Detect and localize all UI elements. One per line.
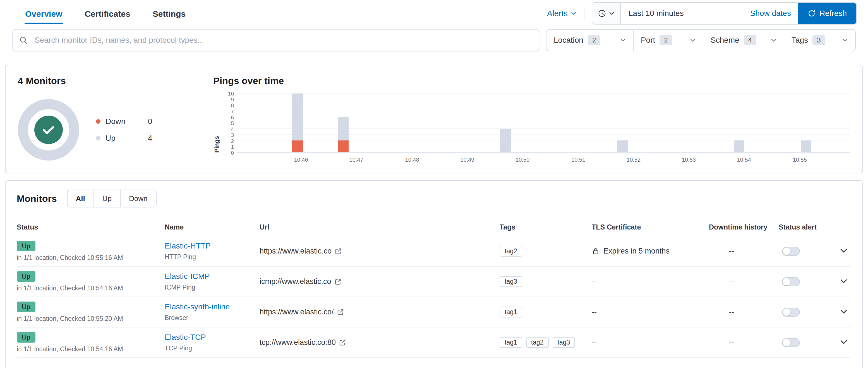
view-down-button[interactable]: Down (120, 190, 156, 207)
monitor-name-link[interactable]: Elastic-synth-inline (165, 302, 230, 311)
next-page-button[interactable]: › (843, 366, 847, 368)
y-tick-label: 7 (231, 109, 234, 114)
status-detail: in 1/1 location, Checked 10:55:16 AM (17, 254, 123, 262)
filter-location[interactable]: Location2 (547, 30, 633, 51)
tag-badge[interactable]: tag2 (500, 246, 522, 256)
tag-badge[interactable]: tag2 (526, 337, 549, 348)
filter-port[interactable]: Port2 (633, 30, 703, 51)
external-link-icon (337, 309, 344, 315)
search-box (12, 29, 539, 51)
search-filter-bar: Location2 Port2 Scheme4 Tags3 (0, 27, 868, 59)
time-quick-select-button[interactable] (592, 3, 621, 24)
monitor-name-link[interactable]: Elastic-ICMP (165, 272, 210, 281)
toggle-knob (783, 339, 790, 346)
monitor-name-link[interactable]: Elastic-HTTP (165, 242, 211, 250)
refresh-icon (808, 9, 815, 17)
downtime-value: -- (709, 338, 734, 346)
tag-badge[interactable]: tag3 (500, 276, 522, 287)
filter-count-badge: 3 (812, 35, 825, 45)
ping-bar (500, 94, 511, 152)
status-alert-toggle[interactable] (782, 277, 800, 286)
show-dates-button[interactable]: Show dates (743, 3, 798, 24)
tab-certificates[interactable]: Certificates (84, 2, 131, 24)
y-tick-label: 6 (231, 115, 234, 120)
status-detail: in 1/1 location, Checked 10:54:16 AM (17, 345, 123, 353)
ping-bar-up-segment (338, 117, 349, 141)
column-header-status-alert: Status alert (779, 223, 826, 231)
previous-page-button[interactable]: ‹ (823, 366, 827, 368)
pings-chart-section: Pings over time Pings 012345678910 10:46… (213, 75, 850, 166)
gridline (237, 140, 850, 141)
uptime-app: Overview Certificates Settings Alerts La… (0, 0, 868, 368)
filter-tags[interactable]: Tags3 (784, 30, 855, 51)
expand-row-button[interactable] (840, 279, 847, 284)
column-header-name: Name (165, 223, 259, 231)
status-alert-toggle[interactable] (782, 338, 800, 347)
monitors-snapshot: 4 Monitors Down 0 Up 4 (18, 75, 202, 166)
tag-badge[interactable]: tag3 (553, 337, 575, 348)
y-tick-label: 4 (231, 126, 234, 132)
donut-legend: Down 0 Up 4 (96, 117, 152, 143)
status-badge: Up (17, 302, 35, 312)
monitor-name-link[interactable]: Elastic-TCP (165, 333, 206, 342)
ping-bar (617, 94, 628, 152)
table-footer: Rows per page: 100 ‹ › (17, 358, 851, 368)
ping-bar-up-segment (292, 94, 303, 141)
y-tick-label: 2 (231, 138, 234, 144)
legend-label: Down (105, 117, 148, 126)
x-tick-label: 10:47 (349, 157, 363, 163)
filter-label: Port (641, 36, 655, 45)
y-tick-label: 8 (231, 103, 234, 108)
chevron-down-icon (840, 279, 847, 283)
y-tick-label: 5 (231, 121, 234, 126)
chevron-down-icon (571, 12, 577, 15)
ping-bar (734, 94, 744, 152)
status-badge: Up (17, 332, 35, 343)
status-alert-toggle[interactable] (782, 308, 800, 317)
tag-badge[interactable]: tag1 (500, 337, 522, 348)
chevron-down-icon (620, 38, 626, 42)
monitor-url-link[interactable]: https://www.elastic.co (259, 247, 500, 255)
time-range-value[interactable]: Last 10 minutes (621, 3, 743, 24)
gridline (237, 111, 850, 111)
x-tick-label: 10:52 (627, 157, 641, 163)
refresh-label: Refresh (819, 9, 847, 18)
column-header-tls: TLS Certificate (592, 223, 709, 231)
alerts-dropdown[interactable]: Alerts (547, 9, 577, 18)
expand-row-button[interactable] (840, 340, 847, 345)
all-up-indicator (34, 116, 63, 144)
chart-title: Pings over time (213, 75, 850, 86)
filter-count-badge: 2 (659, 35, 672, 45)
refresh-button[interactable]: Refresh (798, 3, 856, 24)
x-tick-label: 10:51 (571, 157, 585, 163)
tab-overview[interactable]: Overview (25, 2, 63, 24)
monitor-url-link[interactable]: icmp://www.elastic.co (259, 277, 500, 286)
tab-settings[interactable]: Settings (152, 2, 186, 24)
tag-badge[interactable]: tag1 (500, 307, 522, 317)
gridline (237, 146, 850, 146)
search-icon (19, 36, 28, 45)
chevron-down-icon (840, 248, 847, 253)
y-tick-label: 9 (231, 97, 234, 102)
monitor-url-link[interactable]: tcp://www.elastic.co:80 (259, 338, 500, 347)
filter-group: Location2 Port2 Scheme4 Tags3 (546, 29, 856, 51)
filter-scheme[interactable]: Scheme4 (703, 30, 784, 51)
monitor-url-link[interactable]: https://www.elastic.co/ (259, 308, 500, 316)
check-icon (40, 122, 57, 138)
external-link-icon (335, 278, 341, 285)
search-input[interactable] (12, 29, 539, 51)
expand-row-button[interactable] (840, 248, 847, 254)
snapshot-title: 4 Monitors (18, 75, 202, 86)
pagination: ‹ › (823, 366, 851, 368)
gridline (237, 93, 850, 94)
legend-item-down: Down 0 (96, 117, 152, 126)
ping-bar (801, 94, 811, 152)
view-all-button[interactable]: All (67, 190, 93, 207)
x-tick-label: 10:50 (516, 157, 529, 163)
expand-row-button[interactable] (840, 309, 847, 315)
status-badge: Up (17, 271, 35, 282)
view-up-button[interactable]: Up (93, 190, 120, 207)
status-alert-toggle[interactable] (782, 247, 800, 256)
gridline (237, 128, 850, 129)
chart-plot-area (237, 94, 850, 153)
